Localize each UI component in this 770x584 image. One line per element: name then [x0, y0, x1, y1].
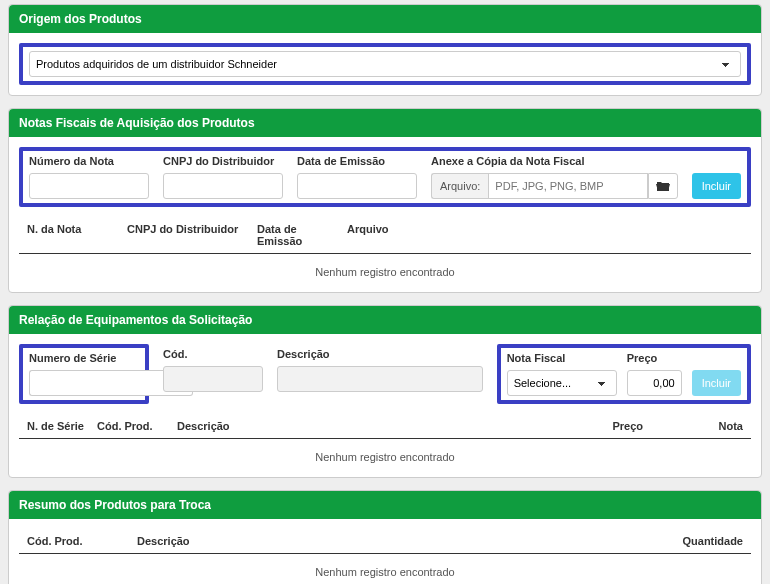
- highlight-notas: Número da Nota CNPJ do Distribuidor Data…: [19, 147, 751, 207]
- col-preco: Preço: [547, 420, 647, 432]
- highlight-nf: Nota Fiscal Selecione... Preço Incluir: [497, 344, 751, 404]
- file-browse-button[interactable]: [648, 173, 678, 199]
- table-head-equip: N. de Série Cód. Prod. Descrição Preço N…: [19, 414, 751, 439]
- col-resumo-qtd: Quantidade: [657, 535, 747, 547]
- input-data-emissao[interactable]: [297, 173, 417, 199]
- col-resumo-cod: Cód. Prod.: [23, 535, 133, 547]
- select-nf[interactable]: Selecione...: [507, 370, 617, 396]
- panel-header-equip: Relação de Equipamentos da Solicitação: [9, 306, 761, 334]
- col-serie: N. de Série: [23, 420, 93, 432]
- col-nota-equip: Nota: [647, 420, 747, 432]
- select-origem[interactable]: Produtos adquiridos de um distribuidor S…: [29, 51, 741, 77]
- panel-resumo: Resumo dos Produtos para Troca Cód. Prod…: [8, 490, 762, 584]
- panel-header-notas: Notas Fiscais de Aquisição dos Produtos: [9, 109, 761, 137]
- input-numero-nota[interactable]: [29, 173, 149, 199]
- incluir-nota-button[interactable]: Incluir: [692, 173, 741, 199]
- label-anexo: Anexe a Cópia da Nota Fiscal: [431, 155, 678, 167]
- panel-notas: Notas Fiscais de Aquisição dos Produtos …: [8, 108, 762, 293]
- panel-header-resumo: Resumo dos Produtos para Troca: [9, 491, 761, 519]
- label-serie: Numero de Série: [29, 352, 139, 364]
- label-preco: Preço: [627, 352, 682, 364]
- col-arquivo: Arquivo: [343, 223, 747, 247]
- table-head-notas: N. da Nota CNPJ do Distribuidor Data de …: [19, 217, 751, 254]
- panel-origem: Origem dos Produtos Produtos adquiridos …: [8, 4, 762, 96]
- folder-icon: [656, 180, 670, 192]
- highlight-origem: Produtos adquiridos de um distribuidor S…: [19, 43, 751, 85]
- col-data: Data de Emissão: [253, 223, 343, 247]
- label-cnpj: CNPJ do Distribuidor: [163, 155, 283, 167]
- label-numero-nota: Número da Nota: [29, 155, 149, 167]
- panel-header-origem: Origem dos Produtos: [9, 5, 761, 33]
- empty-equip: Nenhum registro encontrado: [19, 439, 751, 467]
- empty-notas: Nenhum registro encontrado: [19, 254, 751, 282]
- input-desc: [277, 366, 483, 392]
- label-desc: Descrição: [277, 348, 483, 360]
- col-desc: Descrição: [173, 420, 547, 432]
- input-serie[interactable]: [29, 370, 180, 396]
- incluir-equip-button[interactable]: Incluir: [692, 370, 741, 396]
- label-data-emissao: Data de Emissão: [297, 155, 417, 167]
- input-file[interactable]: [488, 173, 647, 199]
- input-preco[interactable]: [627, 370, 682, 396]
- highlight-serie: Numero de Série: [19, 344, 149, 404]
- col-cod-prod: Cód. Prod.: [93, 420, 173, 432]
- table-head-resumo: Cód. Prod. Descrição Quantidade: [19, 529, 751, 554]
- panel-equip: Relação de Equipamentos da Solicitação N…: [8, 305, 762, 478]
- file-prefix: Arquivo:: [431, 173, 488, 199]
- col-cnpj: CNPJ do Distribuidor: [123, 223, 253, 247]
- empty-resumo: Nenhum registro encontrado: [19, 554, 751, 582]
- col-nota: N. da Nota: [23, 223, 123, 247]
- input-cod: [163, 366, 263, 392]
- label-cod: Cód.: [163, 348, 263, 360]
- input-cnpj[interactable]: [163, 173, 283, 199]
- label-nf: Nota Fiscal: [507, 352, 617, 364]
- col-resumo-desc: Descrição: [133, 535, 657, 547]
